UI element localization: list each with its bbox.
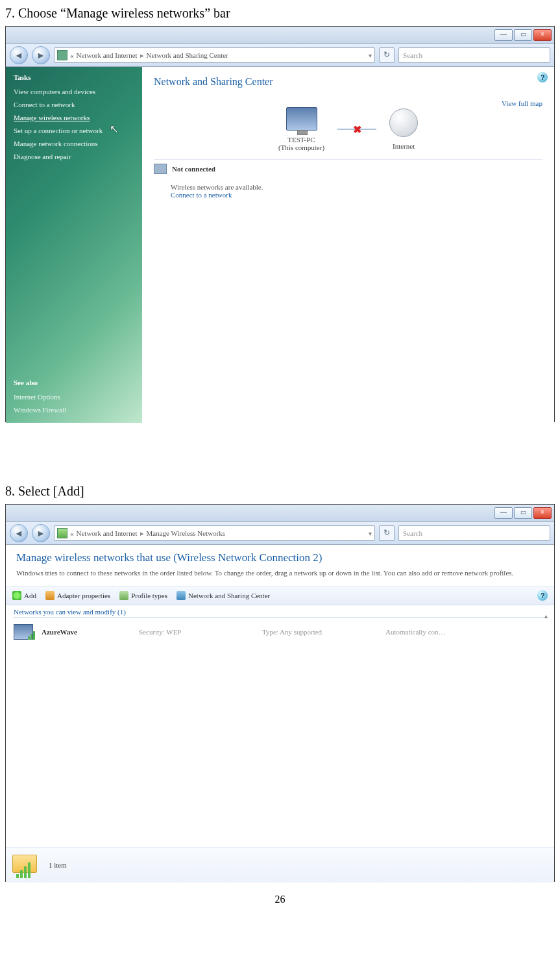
connection-line: ✖ [337, 129, 376, 130]
window-titlebar: — ▭ × [6, 27, 554, 44]
adapter-label: Adapter properties [57, 592, 110, 599]
wireless-folder-icon [57, 528, 67, 538]
sidebar-item-connect-network[interactable]: Connect to a network [14, 101, 134, 108]
toolbar: Add Adapter properties Profile types Net… [6, 586, 554, 605]
forward-button[interactable]: ► [32, 524, 50, 542]
breadcrumb-root: « [70, 51, 74, 59]
connect-to-network-link[interactable]: Connect to a network [171, 191, 542, 199]
profile-label: Profile types [131, 592, 167, 599]
address-breadcrumb[interactable]: « Network and Internet ▸ Manage Wireless… [54, 525, 375, 541]
forward-button[interactable]: ► [32, 46, 50, 64]
network-row[interactable]: AzureWave Security: WEP Type: Any suppor… [12, 622, 548, 642]
close-button[interactable]: × [533, 507, 552, 519]
minimize-button[interactable]: — [494, 29, 513, 41]
internet-label: Internet [393, 142, 415, 150]
netshare-label: Network and Sharing Center [188, 592, 270, 599]
status-folder-icon [12, 852, 41, 878]
signal-bars-icon [28, 631, 35, 640]
network-sharing-center-button[interactable]: Network and Sharing Center [177, 591, 270, 600]
profile-types-button[interactable]: Profile types [119, 591, 167, 600]
breadcrumb-part2[interactable]: Network and Sharing Center [147, 51, 228, 59]
add-button[interactable]: Add [12, 591, 36, 600]
sidebar-item-diagnose-repair[interactable]: Diagnose and repair [14, 153, 134, 160]
breadcrumb-sep: ▸ [140, 51, 144, 60]
computer-icon [286, 107, 317, 131]
wireless-available-text: Wireless networks are available. [171, 183, 542, 191]
step-8-text: 8. Select [Add] [5, 483, 560, 499]
sidebar-item-internet-options[interactable]: Internet Options [14, 393, 134, 401]
search-placeholder: Search [403, 51, 422, 59]
network-auto: Automatically con… [385, 628, 546, 636]
network-name: AzureWave [42, 628, 132, 636]
view-full-map-link[interactable]: View full map [502, 99, 542, 107]
not-connected-label: Not connected [172, 165, 215, 173]
help-icon[interactable]: ? [537, 590, 548, 601]
page-header: Manage wireless networks that use (Wirel… [6, 545, 554, 586]
screenshot-network-sharing-center: — ▭ × ◄ ► « Network and Internet ▸ Netwo… [5, 26, 555, 422]
minimize-button[interactable]: — [494, 507, 513, 519]
adapter-properties-button[interactable]: Adapter properties [45, 591, 110, 600]
maximize-button[interactable]: ▭ [514, 507, 532, 519]
computers-icon [154, 164, 167, 174]
page-title: Manage wireless networks that use (Wirel… [16, 551, 544, 564]
sidebar-item-windows-firewall[interactable]: Windows Firewall [14, 406, 134, 414]
collapse-icon[interactable]: ▴ [544, 612, 548, 620]
back-button[interactable]: ◄ [10, 524, 28, 542]
network-type: Type: Any supported [262, 628, 379, 636]
page-description: Windows tries to connect to these networ… [16, 568, 544, 578]
breadcrumb-part1[interactable]: Network and Internet [77, 51, 138, 59]
pc-name: TEST-PC [278, 136, 324, 144]
search-input[interactable]: Search [398, 47, 550, 63]
adapter-icon [45, 591, 55, 600]
cursor-icon: ↖ [110, 123, 118, 135]
sidebar-item-manage-connections[interactable]: Manage network connections [14, 140, 134, 147]
network-list: AzureWave Security: WEP Type: Any suppor… [6, 618, 554, 847]
content-pane: ? Network and Sharing Center View full m… [142, 67, 554, 423]
back-button[interactable]: ◄ [10, 46, 28, 64]
network-diagram: TEST-PC (This computer) ✖ Internet [154, 107, 542, 151]
group-divider: ▴ [14, 617, 548, 618]
status-bar: 1 item [6, 847, 554, 883]
see-also-header: See also [14, 379, 134, 386]
search-placeholder: Search [403, 529, 422, 537]
step-7-text: 7. Choose “Manage wireless networks” bar [5, 5, 560, 21]
maximize-button[interactable]: ▭ [514, 29, 532, 41]
explorer-nav-bar: ◄ ► « Network and Internet ▸ Manage Wire… [6, 522, 554, 545]
add-label: Add [24, 592, 36, 599]
refresh-button[interactable]: ↻ [379, 525, 395, 541]
breadcrumb-part2[interactable]: Manage Wireless Networks [147, 529, 226, 537]
explorer-nav-bar: ◄ ► « Network and Internet ▸ Network and… [6, 44, 554, 67]
search-input[interactable]: Search [398, 525, 550, 541]
profile-icon [119, 591, 128, 600]
breadcrumb-sep: ▸ [140, 529, 144, 538]
screenshot-manage-wireless-networks: — ▭ × ◄ ► « Network and Internet ▸ Manag… [5, 504, 555, 882]
sidebar-item-view-computers[interactable]: View computers and devices [14, 88, 134, 95]
sidebar-item-manage-wireless[interactable]: Manage wireless networks [14, 114, 134, 121]
refresh-button[interactable]: ↻ [379, 47, 395, 63]
pc-sub: (This computer) [278, 144, 324, 151]
internet-globe-icon [389, 108, 418, 137]
network-security: Security: WEP [139, 628, 256, 636]
window-titlebar: — ▭ × [6, 505, 554, 522]
group-header: Networks you can view and modify (1) [6, 605, 554, 617]
breadcrumb-dropdown-icon[interactable]: ▾ [369, 52, 372, 59]
network-sharing-icon [177, 591, 186, 600]
status-text: 1 item [49, 861, 67, 869]
breadcrumb-root: « [70, 529, 74, 537]
breadcrumb-dropdown-icon[interactable]: ▾ [369, 530, 372, 537]
control-panel-icon [57, 50, 67, 60]
breadcrumb-part1[interactable]: Network and Internet [77, 529, 138, 537]
disconnected-x-icon: ✖ [353, 123, 361, 136]
page-title: Network and Sharing Center [154, 76, 542, 88]
tasks-sidebar: Tasks View computers and devices Connect… [6, 67, 142, 423]
add-icon [12, 591, 21, 600]
tasks-header: Tasks [14, 73, 134, 81]
help-icon[interactable]: ? [537, 72, 548, 82]
close-button[interactable]: × [533, 29, 552, 41]
page-number: 26 [0, 894, 560, 905]
address-breadcrumb[interactable]: « Network and Internet ▸ Network and Sha… [54, 47, 375, 63]
